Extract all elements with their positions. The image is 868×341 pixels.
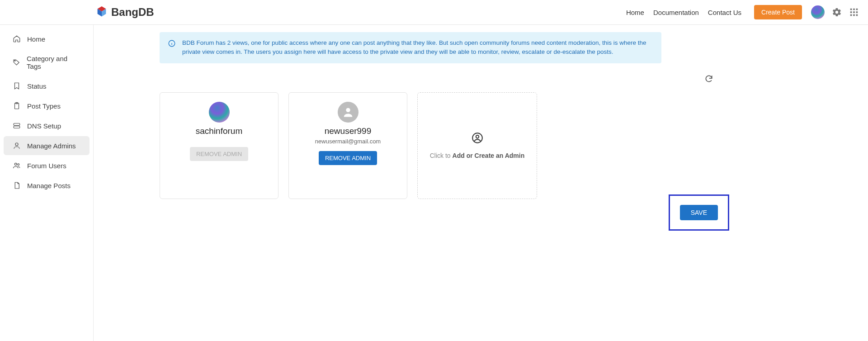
brand-logo-icon — [95, 5, 108, 19]
svg-rect-11 — [856, 14, 858, 16]
sidebar-item-label: Manage Posts — [27, 182, 71, 189]
header: BangDB Home Documentation Contact Us Cre… — [0, 0, 868, 25]
sidebar: Home Category and Tags Status Post Types… — [0, 25, 94, 341]
nav-contact-us[interactable]: Contact Us — [708, 9, 741, 16]
svg-rect-9 — [850, 14, 852, 16]
brand[interactable]: BangDB — [95, 5, 154, 19]
add-admin-card[interactable]: Click to Add or Create an Admin — [417, 92, 537, 199]
sidebar-item-forum-users[interactable]: Forum Users — [4, 156, 90, 175]
clipboard-icon — [13, 102, 21, 110]
sidebar-item-manage-posts[interactable]: Manage Posts — [4, 176, 90, 195]
svg-rect-7 — [853, 11, 855, 13]
sidebar-item-label: Manage Admins — [27, 142, 76, 150]
save-highlight-box: SAVE — [669, 194, 729, 231]
nav-home[interactable]: Home — [626, 9, 644, 16]
sidebar-item-label: Category and Tags — [27, 55, 80, 70]
nav-links: Home Documentation Contact Us Create Pos… — [626, 5, 802, 19]
nav-documentation[interactable]: Documentation — [653, 9, 699, 16]
svg-rect-5 — [856, 9, 858, 10]
admin-name: newuser999 — [325, 126, 372, 136]
svg-point-19 — [18, 164, 19, 166]
server-icon — [13, 122, 21, 130]
svg-rect-8 — [856, 11, 858, 13]
svg-point-12 — [14, 61, 15, 62]
sidebar-item-status[interactable]: Status — [4, 76, 90, 95]
header-icons — [811, 5, 859, 19]
save-area: SAVE — [160, 194, 729, 231]
tag-icon — [13, 58, 20, 66]
svg-rect-6 — [850, 11, 852, 13]
sidebar-item-category-tags[interactable]: Category and Tags — [4, 49, 90, 76]
refresh-icon[interactable] — [704, 74, 713, 83]
info-banner: BDB Forum has 2 views, one for public ac… — [160, 32, 661, 63]
svg-rect-16 — [14, 126, 20, 128]
svg-rect-10 — [853, 14, 855, 16]
user-avatar-icon[interactable] — [811, 5, 825, 19]
admin-card: sachinforum REMOVE ADMIN — [160, 92, 278, 199]
admin-avatar-icon — [209, 102, 230, 123]
info-text: BDB Forum has 2 views, one for public ac… — [182, 38, 653, 57]
toolbar — [160, 74, 713, 83]
admin-email: newusermail@gmail.com — [315, 138, 381, 145]
remove-admin-button: REMOVE ADMIN — [190, 147, 248, 161]
save-button[interactable]: SAVE — [680, 205, 718, 220]
svg-rect-3 — [850, 9, 852, 10]
svg-point-17 — [15, 143, 18, 146]
apps-grid-icon[interactable] — [849, 7, 859, 17]
admin-avatar-icon — [338, 102, 359, 123]
sidebar-item-post-types[interactable]: Post Types — [4, 96, 90, 115]
remove-admin-button[interactable]: REMOVE ADMIN — [319, 151, 377, 165]
create-post-button[interactable]: Create Post — [754, 5, 802, 19]
info-icon — [168, 38, 176, 57]
admin-card: newuser999 newusermail@gmail.com REMOVE … — [288, 92, 407, 199]
sidebar-item-label: Home — [27, 35, 45, 43]
sidebar-item-dns-setup[interactable]: DNS Setup — [4, 116, 90, 135]
sidebar-item-label: Status — [27, 82, 47, 90]
document-icon — [13, 181, 21, 189]
main-content: BDB Forum has 2 views, one for public ac… — [94, 25, 868, 341]
bookmark-icon — [13, 82, 21, 90]
user-icon — [13, 142, 21, 150]
sidebar-item-label: DNS Setup — [27, 122, 61, 130]
svg-point-23 — [346, 108, 350, 112]
brand-name: BangDB — [111, 6, 154, 19]
users-icon — [13, 161, 21, 170]
home-icon — [13, 35, 21, 43]
svg-point-18 — [14, 163, 17, 166]
sidebar-item-label: Forum Users — [27, 162, 66, 170]
admin-name: sachinforum — [196, 126, 243, 136]
person-circle-icon — [472, 132, 483, 144]
add-admin-text: Click to Add or Create an Admin — [430, 152, 525, 159]
sidebar-item-label: Post Types — [27, 102, 61, 110]
sidebar-item-home[interactable]: Home — [4, 29, 90, 48]
svg-rect-4 — [853, 9, 855, 10]
sidebar-item-manage-admins[interactable]: Manage Admins — [4, 136, 90, 155]
svg-point-25 — [476, 135, 479, 138]
admin-cards-row: sachinforum REMOVE ADMIN newuser999 newu… — [160, 92, 856, 199]
svg-rect-15 — [14, 123, 20, 126]
gear-icon[interactable] — [832, 7, 842, 17]
